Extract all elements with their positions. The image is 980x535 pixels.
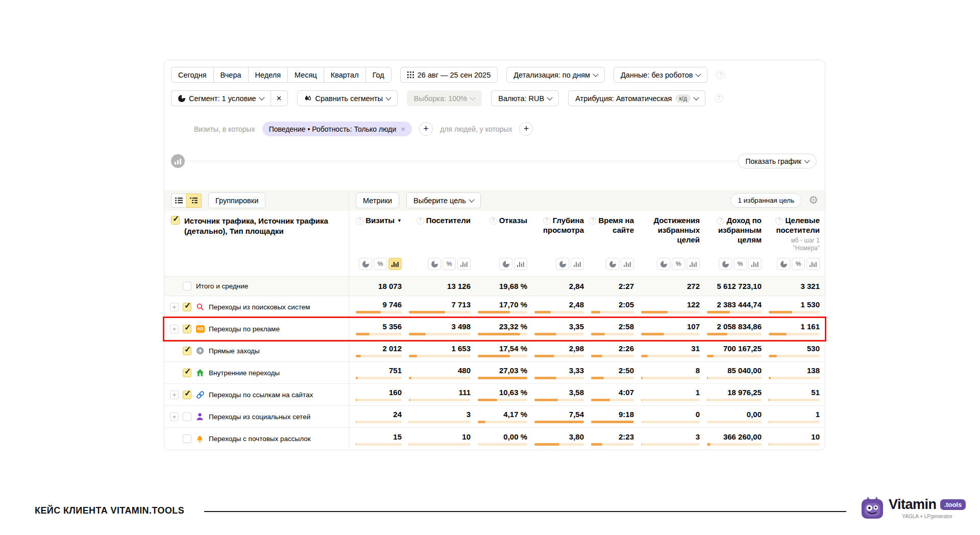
column-header-depth[interactable]: ?Глубина просмотра — [527, 211, 584, 258]
date-preset-group: Сегодня Вчера Неделя Месяц Квартал Год — [171, 67, 391, 83]
expand-button[interactable]: + — [170, 325, 179, 333]
pie-view-button[interactable] — [606, 258, 619, 270]
dimension-header[interactable]: Источник трафика, Источник трафика (дета… — [184, 216, 342, 258]
pie-view-button[interactable] — [556, 258, 569, 270]
pie-view-button[interactable] — [719, 258, 732, 270]
row-label[interactable]: Переходы по рекламе — [209, 325, 280, 333]
column-header-target[interactable]: ?Целевые посетителимб - шаг 1 "Номера" — [762, 211, 820, 258]
column-header-goals[interactable]: Достижения избранных целей — [634, 211, 700, 258]
sampling-dropdown[interactable]: Выборка: 100% — [407, 90, 482, 106]
totals-checkbox[interactable] — [183, 282, 191, 290]
preset-week-button[interactable]: Неделя — [248, 67, 288, 83]
detail-dropdown[interactable]: Детализация: по дням — [506, 67, 605, 83]
pie-view-button[interactable] — [359, 258, 372, 270]
row-label[interactable]: Переходы с почтовых рассылок — [209, 435, 311, 443]
expand-button[interactable]: + — [170, 412, 179, 421]
row-checkbox[interactable] — [183, 391, 191, 399]
pie-view-button[interactable] — [777, 258, 790, 270]
preset-yesterday-button[interactable]: Вчера — [213, 67, 249, 83]
table-row[interactable]: + Переходы из поисковых систем 9 7467 71… — [164, 296, 825, 318]
table-row[interactable]: + Внутренние переходы 75148027,03 %3,332… — [164, 362, 825, 384]
bars-view-button[interactable] — [571, 258, 584, 270]
segment-filters-row: Визиты, в которых Поведение • Роботность… — [194, 121, 533, 136]
groupings-button[interactable]: Группировки — [208, 192, 265, 208]
row-label[interactable]: Переходы по ссылкам на сайтах — [209, 391, 313, 399]
percent-view-button[interactable]: % — [792, 258, 805, 270]
row-checkbox[interactable] — [183, 412, 191, 421]
expand-button[interactable]: + — [170, 391, 179, 399]
table-row[interactable]: + Переходы по ссылкам на сайтах 16011110… — [164, 384, 825, 406]
metric-cell: 9:18 — [584, 410, 634, 423]
metric-view-toggles-row: %%%%% — [164, 258, 825, 276]
column-header-visitors[interactable]: ?Посетители — [402, 211, 471, 258]
bars-view-button[interactable] — [388, 258, 402, 270]
row-label[interactable]: Переходы из социальных сетей — [209, 413, 310, 421]
totals-value: 13 126 — [402, 282, 471, 290]
metrics-button[interactable]: Метрики — [356, 192, 399, 208]
row-checkbox[interactable] — [183, 347, 191, 355]
table-row[interactable]: + Прямые заходы 2 0121 65317,54 %2,982:2… — [164, 340, 825, 362]
bars-view-button[interactable] — [621, 258, 634, 270]
totals-value: 2:27 — [584, 282, 634, 290]
add-people-condition-button[interactable]: + — [519, 122, 533, 136]
bars-view-button[interactable] — [687, 258, 700, 270]
robotness-filter-chip[interactable]: Поведение • Роботность: Только люди × — [262, 121, 412, 136]
column-header-bounce[interactable]: ?Отказы — [471, 211, 527, 258]
flat-list-view-button[interactable] — [171, 193, 186, 208]
currency-dropdown[interactable]: Валюта: RUB — [491, 90, 559, 106]
row-label[interactable]: Прямые заходы — [209, 347, 260, 355]
percent-view-button[interactable]: % — [374, 258, 387, 270]
data-mode-dropdown[interactable]: Данные: без роботов — [614, 67, 707, 83]
drops-icon — [304, 94, 312, 102]
vitamin-tools-logo: Vitamin .tools YAGLA + LPgenerator — [861, 496, 966, 520]
percent-view-button[interactable]: % — [672, 258, 685, 270]
show-graph-button[interactable]: Показать график — [738, 154, 817, 168]
attribution-dropdown[interactable]: Атрибуция: Автоматическая к/д — [568, 90, 705, 106]
row-label[interactable]: Переходы из поисковых систем — [209, 303, 310, 311]
column-header-revenue[interactable]: ?Доход по избранным целям — [700, 211, 762, 258]
bars-view-button[interactable] — [457, 258, 471, 270]
remove-filter-icon[interactable]: × — [401, 125, 405, 133]
table-row[interactable]: + AD Переходы по рекламе 5 3563 49823,32… — [164, 318, 825, 340]
pie-view-button[interactable] — [657, 258, 670, 270]
row-checkbox[interactable] — [183, 325, 191, 333]
select-all-checkbox[interactable] — [171, 216, 180, 225]
compare-segments-dropdown[interactable]: Сравнить сегменты — [297, 90, 398, 106]
row-checkbox[interactable] — [183, 369, 191, 377]
tree-list-view-button[interactable] — [186, 193, 202, 208]
percent-view-button[interactable]: % — [443, 258, 456, 270]
pie-view-button[interactable] — [499, 258, 512, 270]
metric-cell: 1 — [634, 388, 700, 401]
gear-icon[interactable]: ⚙ — [808, 195, 818, 206]
date-range-button[interactable]: 26 авг — 25 сен 2025 — [400, 67, 498, 83]
help-icon[interactable]: ? — [715, 94, 723, 103]
table-row[interactable]: + Переходы с почтовых рассылок 15100,00 … — [164, 428, 825, 450]
preset-year-button[interactable]: Год — [365, 67, 391, 83]
table-row[interactable]: + Переходы из социальных сетей 2434,17 %… — [164, 406, 825, 428]
row-checkbox[interactable] — [183, 303, 191, 311]
bars-view-button[interactable] — [748, 258, 762, 270]
bars-view-button[interactable] — [514, 258, 527, 270]
metric-cell: 2 383 444,74 — [700, 300, 762, 313]
column-header-visits[interactable]: ?Визиты▼ — [349, 211, 402, 258]
preset-today-button[interactable]: Сегодня — [171, 67, 214, 83]
metric-cell: 17,70 % — [471, 300, 527, 313]
percent-view-button[interactable]: % — [733, 258, 747, 270]
preset-quarter-button[interactable]: Квартал — [324, 67, 366, 83]
chart-toggle-icon[interactable] — [171, 154, 185, 168]
expand-button[interactable]: + — [170, 303, 179, 311]
pie-view-button[interactable] — [428, 258, 441, 270]
help-icon: ? — [489, 217, 497, 225]
column-header-time[interactable]: ?Время на сайте — [584, 211, 634, 258]
metric-cell: 2:26 — [584, 344, 634, 357]
segment-dropdown[interactable]: Сегмент: 1 условие — [171, 90, 271, 106]
help-icon[interactable]: ? — [716, 70, 725, 79]
favorite-goal-pill[interactable]: 1 избранная цель — [730, 193, 802, 208]
row-checkbox[interactable] — [183, 434, 191, 443]
add-visit-condition-button[interactable]: + — [419, 122, 433, 136]
row-label[interactable]: Внутренние переходы — [209, 369, 280, 377]
preset-month-button[interactable]: Месяц — [287, 67, 324, 83]
choose-goal-dropdown[interactable]: Выберите цель — [406, 192, 481, 208]
segment-clear-button[interactable]: × — [271, 90, 288, 106]
bars-view-button[interactable] — [806, 258, 820, 270]
